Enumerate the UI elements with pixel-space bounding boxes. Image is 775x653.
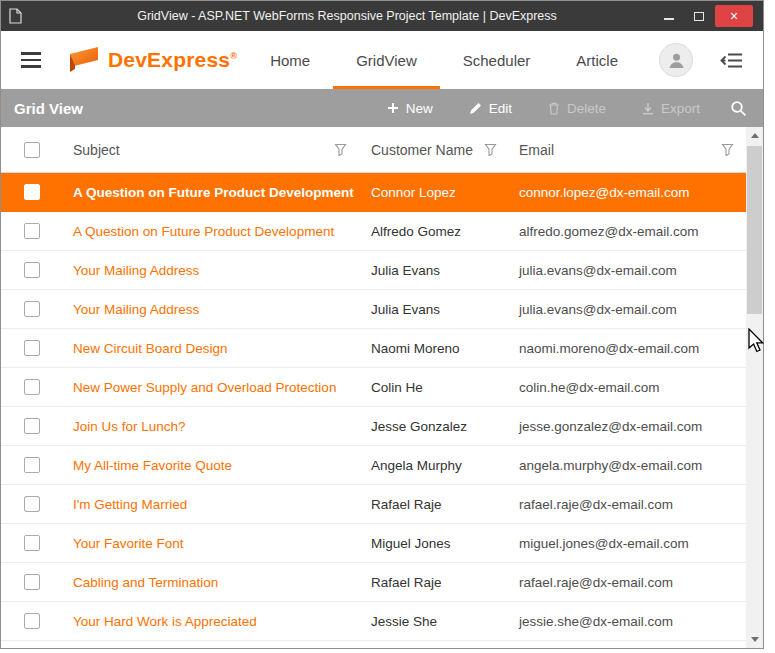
cell-customer-name: Julia Evans: [359, 302, 509, 317]
titlebar: GridView - ASP.NET WebForms Responsive P…: [1, 1, 763, 31]
minimize-icon: [664, 12, 674, 20]
row-checkbox[interactable]: [24, 301, 40, 317]
window-title: GridView - ASP.NET WebForms Responsive P…: [61, 9, 633, 23]
toolbar-buttons: New Edit Delete Export: [387, 101, 700, 116]
table-row[interactable]: A Question on Future Product Development…: [1, 173, 746, 212]
grid-body: A Question on Future Product Development…: [1, 173, 746, 641]
row-checkbox[interactable]: [24, 418, 40, 434]
row-checkbox[interactable]: [24, 223, 40, 239]
edit-button[interactable]: Edit: [469, 101, 512, 116]
document-icon: [9, 8, 22, 24]
navbar: DevExpress® Home GridView Scheduler Arti…: [1, 31, 763, 89]
cell-email: jessie.she@dx-email.com: [509, 614, 746, 629]
table-row[interactable]: Your Favorite Font Miguel Jones miguel.j…: [1, 524, 746, 563]
row-checkbox-cell: [1, 485, 63, 523]
desktop: GridView - ASP.NET WebForms Responsive P…: [0, 0, 775, 653]
nav-item-home[interactable]: Home: [247, 31, 333, 89]
table-row[interactable]: I'm Getting Married Rafael Raje rafael.r…: [1, 485, 746, 524]
scroll-up-icon: [751, 133, 759, 138]
search-icon: [730, 100, 747, 117]
column-header-customer-name[interactable]: Customer Name: [359, 127, 509, 172]
filter-icon[interactable]: [721, 143, 734, 156]
column-header-email[interactable]: Email: [509, 127, 746, 172]
search-button[interactable]: [730, 100, 747, 117]
cell-customer-name: Jessie She: [359, 614, 509, 629]
row-checkbox[interactable]: [24, 457, 40, 473]
cell-customer-name: Alfredo Gomez: [359, 224, 509, 239]
cell-email: connor.lopez@dx-email.com: [509, 185, 746, 200]
row-checkbox[interactable]: [24, 262, 40, 278]
devexpress-wordmark: DevExpress®: [108, 48, 237, 72]
cell-customer-name: Connor Lopez: [359, 185, 509, 200]
page-title: Grid View: [14, 100, 83, 117]
minimize-button[interactable]: [655, 5, 683, 27]
table-row[interactable]: Your Hard Work is Appreciated Jessie She…: [1, 602, 746, 641]
grid-area: Subject Customer Name Email A Question o…: [1, 127, 763, 648]
row-checkbox[interactable]: [24, 340, 40, 356]
row-checkbox[interactable]: [24, 184, 40, 200]
nav-item-gridview[interactable]: GridView: [333, 31, 440, 89]
scrollbar-track[interactable]: [746, 144, 763, 631]
main-nav: Home GridView Scheduler Article: [247, 31, 641, 89]
table-row[interactable]: Your Mailing Address Julia Evans julia.e…: [1, 290, 746, 329]
cell-email: miguel.jones@dx-email.com: [509, 536, 746, 551]
close-icon: ×: [730, 8, 738, 24]
scrollbar-thumb[interactable]: [747, 146, 762, 314]
table-row[interactable]: Join Us for Lunch? Jesse Gonzalez jesse.…: [1, 407, 746, 446]
table-row[interactable]: New Power Supply and Overload Protection…: [1, 368, 746, 407]
scroll-up-button[interactable]: [746, 127, 763, 144]
cell-email: rafael.raje@dx-email.com: [509, 575, 746, 590]
new-icon: [387, 102, 399, 114]
grid-header-row: Subject Customer Name Email: [1, 127, 746, 173]
export-icon: [642, 102, 654, 115]
row-checkbox-cell: [1, 524, 63, 562]
cell-subject: Your Hard Work is Appreciated: [63, 614, 359, 629]
cell-customer-name: Rafael Raje: [359, 497, 509, 512]
cell-customer-name: Naomi Moreno: [359, 341, 509, 356]
nav-item-scheduler[interactable]: Scheduler: [440, 31, 554, 89]
devexpress-logo[interactable]: DevExpress®: [67, 45, 237, 75]
cell-customer-name: Miguel Jones: [359, 536, 509, 551]
row-checkbox[interactable]: [24, 613, 40, 629]
filter-icon[interactable]: [484, 143, 497, 156]
hamburger-menu-button[interactable]: [19, 48, 43, 72]
export-button[interactable]: Export: [642, 101, 700, 116]
cell-subject: Your Mailing Address: [63, 302, 359, 317]
cell-email: julia.evans@dx-email.com: [509, 263, 746, 278]
vertical-scrollbar[interactable]: [746, 127, 763, 648]
window-controls: ×: [655, 5, 763, 27]
new-button[interactable]: New: [387, 101, 433, 116]
column-header-subject[interactable]: Subject: [63, 127, 359, 172]
cell-subject: Your Mailing Address: [63, 263, 359, 278]
table-row[interactable]: Cabling and Termination Rafael Raje rafa…: [1, 563, 746, 602]
collapse-panel-button[interactable]: [719, 52, 743, 69]
table-row[interactable]: New Circuit Board Design Naomi Moreno na…: [1, 329, 746, 368]
devexpress-logo-mark: [67, 45, 101, 75]
delete-icon: [548, 102, 560, 115]
cell-email: naomi.moreno@dx-email.com: [509, 341, 746, 356]
close-button[interactable]: ×: [715, 5, 753, 27]
user-avatar-button[interactable]: [659, 43, 693, 77]
table-row[interactable]: Your Mailing Address Julia Evans julia.e…: [1, 251, 746, 290]
select-all-checkbox[interactable]: [24, 142, 40, 158]
table-row[interactable]: My All-time Favorite Quote Angela Murphy…: [1, 446, 746, 485]
row-checkbox-cell: [1, 446, 63, 484]
row-checkbox[interactable]: [24, 496, 40, 512]
row-checkbox[interactable]: [24, 574, 40, 590]
filter-icon[interactable]: [334, 143, 347, 156]
navbar-left: DevExpress®: [19, 31, 237, 89]
maximize-button[interactable]: [685, 5, 713, 27]
app-window: GridView - ASP.NET WebForms Responsive P…: [0, 0, 764, 649]
delete-button[interactable]: Delete: [548, 101, 606, 116]
scroll-down-icon: [751, 637, 759, 642]
row-checkbox-cell: [1, 173, 63, 211]
row-checkbox[interactable]: [24, 535, 40, 551]
grid-toolbar: Grid View New Edit Delete Export: [1, 89, 763, 127]
cell-subject: Cabling and Termination: [63, 575, 359, 590]
scroll-down-button[interactable]: [746, 631, 763, 648]
nav-item-article[interactable]: Article: [553, 31, 641, 89]
table-row[interactable]: A Question on Future Product Development…: [1, 212, 746, 251]
row-checkbox-cell: [1, 368, 63, 406]
row-checkbox-cell: [1, 212, 63, 250]
row-checkbox[interactable]: [24, 379, 40, 395]
